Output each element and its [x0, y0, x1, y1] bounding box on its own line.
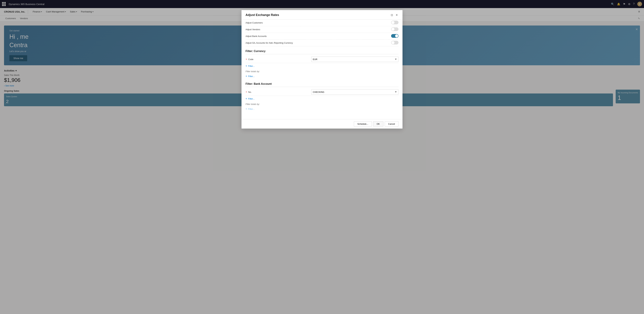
currency-code-select-wrapper: EUR: [311, 57, 398, 62]
filter-bank-account-section: Filter: Bank Account ✕ No. CHECKING + Fi…: [246, 82, 398, 112]
adjust-exchange-rates-modal: Adjust Exchange Rates ⊡ ✕ Adjust Custome…: [242, 10, 402, 129]
adjust-customers-row: Adjust Customers: [246, 20, 398, 26]
adjust-customers-label: Adjust Customers: [246, 22, 391, 24]
currency-code-filter-row: ✕ Code EUR: [246, 56, 398, 63]
plus-icon: +: [246, 65, 247, 68]
plus-icon: +: [246, 107, 247, 110]
bank-account-no-select-wrapper: CHECKING: [311, 89, 398, 95]
filter-totals-by-bank-label: Filter totals by:: [246, 103, 398, 105]
ok-button[interactable]: OK: [373, 121, 384, 127]
modal-spacer: [246, 113, 398, 117]
toggle-off-icon[interactable]: [391, 21, 398, 24]
options-section: Adjust Customers Adjust Vendors Adjust B…: [246, 20, 398, 46]
adjust-bank-accounts-label: Adjust Bank Accounts: [246, 35, 391, 38]
modal-close-button[interactable]: ✕: [395, 13, 398, 17]
adjust-customers-toggle[interactable]: [391, 21, 398, 25]
add-totals-filter-bank-link[interactable]: + Filter...: [246, 106, 398, 112]
adjust-vendors-toggle[interactable]: [391, 27, 398, 32]
bank-account-no-filter-row: ✕ No. CHECKING: [246, 88, 398, 96]
toggle-on-icon[interactable]: [391, 34, 398, 38]
toggle-off-icon[interactable]: [391, 41, 398, 45]
bank-account-no-select[interactable]: CHECKING: [311, 89, 398, 95]
modal-header: Adjust Exchange Rates ⊡ ✕: [242, 10, 402, 20]
currency-code-select[interactable]: EUR: [311, 57, 398, 62]
plus-icon: +: [246, 75, 247, 78]
adjust-gl-accounts-label: Adjust G/L Accounts for Add.-Reporting C…: [246, 42, 391, 44]
modal-body: Adjust Customers Adjust Vendors Adjust B…: [242, 20, 402, 119]
filter-totals-by-currency-label: Filter totals by:: [246, 70, 398, 73]
bank-account-no-label: ✕ No.: [246, 91, 311, 93]
schedule-button[interactable]: Schedule...: [354, 121, 372, 127]
modal-title: Adjust Exchange Rates: [246, 13, 279, 17]
modal-overlay: Adjust Exchange Rates ⊡ ✕ Adjust Custome…: [0, 0, 644, 314]
filter-currency-section: Filter: Currency ✕ Code EUR + Filter...: [246, 50, 398, 79]
add-filter-currency-link[interactable]: + Filter...: [246, 63, 398, 69]
adjust-vendors-label: Adjust Vendors: [246, 28, 391, 31]
filter-bank-account-title: Filter: Bank Account: [246, 82, 398, 87]
add-totals-filter-currency-link[interactable]: + Filter...: [246, 73, 398, 79]
adjust-gl-accounts-toggle[interactable]: [391, 41, 398, 45]
adjust-bank-accounts-row: Adjust Bank Accounts: [246, 33, 398, 40]
adjust-bank-accounts-toggle[interactable]: [391, 34, 398, 39]
modal-footer: Schedule... OK Cancel: [242, 119, 402, 129]
cancel-button[interactable]: Cancel: [385, 121, 398, 127]
adjust-vendors-row: Adjust Vendors: [246, 26, 398, 33]
filter-currency-title: Filter: Currency: [246, 50, 398, 54]
remove-filter-icon[interactable]: ✕: [246, 91, 247, 93]
modal-header-actions: ⊡ ✕: [390, 13, 398, 17]
modal-resize-button[interactable]: ⊡: [390, 13, 394, 17]
remove-filter-icon[interactable]: ✕: [246, 58, 247, 60]
adjust-gl-accounts-row: Adjust G/L Accounts for Add.-Reporting C…: [246, 40, 398, 46]
plus-icon: +: [246, 97, 247, 100]
toggle-off-icon[interactable]: [391, 27, 398, 31]
currency-code-label: ✕ Code: [246, 58, 311, 61]
add-filter-bank-account-link[interactable]: + Filter...: [246, 96, 398, 102]
